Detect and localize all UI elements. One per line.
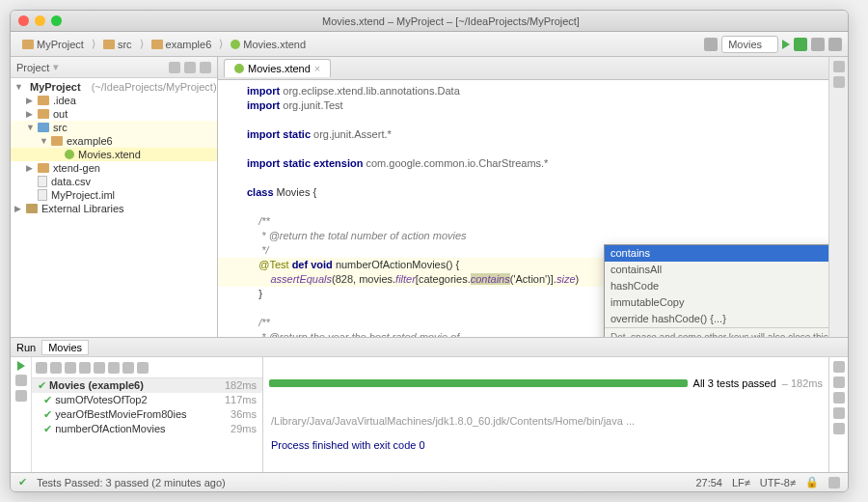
project-panel-header: Project ▾ bbox=[11, 57, 217, 78]
export-icon[interactable] bbox=[122, 362, 134, 374]
status-tests: Tests Passed: 3 passed (2 minutes ago) bbox=[37, 477, 226, 488]
titlebar: Movies.xtend – MyProject – [~/IdeaProjec… bbox=[11, 11, 848, 32]
panel-title: Project bbox=[16, 62, 49, 73]
run-config-tab[interactable]: Movies bbox=[41, 340, 89, 355]
autocomplete-item[interactable]: immutableCopyCollectionExtensions.class bbox=[605, 294, 828, 311]
test-toolbar bbox=[32, 357, 262, 378]
breadcrumb-item[interactable]: example6 bbox=[146, 37, 218, 52]
window-title: Movies.xtend – MyProject – [~/IdeaProjec… bbox=[62, 15, 840, 27]
autocomplete-item[interactable]: override hashCode() {...}Object bbox=[605, 311, 828, 327]
console-output[interactable]: /Library/Java/JavaVirtualMachines/jdk1.8… bbox=[263, 409, 828, 473]
xtend-icon bbox=[234, 64, 244, 73]
gear-icon[interactable] bbox=[169, 62, 180, 73]
right-gutter bbox=[828, 57, 848, 337]
prev-icon[interactable] bbox=[94, 362, 105, 374]
toggle-icon[interactable] bbox=[36, 362, 47, 374]
hector-icon[interactable] bbox=[828, 477, 840, 488]
tree-item[interactable]: MyProject.iml bbox=[11, 188, 217, 202]
collapse-icon[interactable] bbox=[79, 362, 91, 374]
tree-item[interactable]: ▶out bbox=[11, 107, 217, 121]
up-icon[interactable] bbox=[833, 361, 845, 373]
autocomplete-popup[interactable]: containsSet.java containsAllSet.java has… bbox=[604, 244, 828, 337]
status-bar: ✔ Tests Passed: 3 passed (2 minutes ago)… bbox=[11, 472, 848, 491]
window-controls bbox=[18, 15, 62, 26]
editor-tabs: Movies.xtend × bbox=[218, 57, 828, 80]
progress-bar bbox=[269, 379, 688, 387]
tree-external-libs[interactable]: ▶External Libraries bbox=[11, 202, 217, 215]
tree-item[interactable]: ▼src bbox=[11, 121, 217, 134]
test-row[interactable]: ✔ sumOfVotesOfTop2117ms bbox=[32, 393, 262, 407]
wrap-icon[interactable] bbox=[833, 392, 845, 404]
autocomplete-item[interactable]: containsAllSet.java bbox=[605, 262, 828, 278]
run-tabs: Run Movies bbox=[11, 338, 848, 357]
tree-root[interactable]: ▼MyProject (~/IdeaProjects/MyProject) bbox=[11, 80, 217, 94]
minimize-icon[interactable] bbox=[35, 15, 45, 26]
autocomplete-hint: Dot, space and some other keys will also… bbox=[605, 327, 828, 337]
file-encoding[interactable]: UTF-8≠ bbox=[760, 477, 796, 488]
console-line: Process finished with exit code 0 bbox=[271, 439, 821, 451]
test-results-panel: ✔ Movies (example6)182ms ✔ sumOfVotesOfT… bbox=[32, 357, 263, 472]
project-tool-window: Project ▾ ▼MyProject (~/IdeaProjects/MyP… bbox=[11, 57, 218, 337]
breadcrumb-item[interactable]: src bbox=[97, 37, 138, 52]
tree-item-selected[interactable]: Movies.xtend bbox=[11, 148, 217, 161]
breadcrumb-item[interactable]: Movies.xtend bbox=[225, 37, 312, 52]
code-editor[interactable]: import org.eclipse.xtend.lib.annotations… bbox=[218, 80, 828, 337]
expand-icon[interactable] bbox=[65, 362, 76, 374]
run-button[interactable] bbox=[782, 40, 790, 49]
main-toolbar: MyProject ⟩ src ⟩ example6 ⟩ Movies.xten… bbox=[11, 32, 848, 57]
xtend-icon bbox=[231, 40, 240, 49]
zoom-icon[interactable] bbox=[51, 15, 62, 26]
folder-icon bbox=[151, 40, 163, 49]
gutter-icon[interactable] bbox=[833, 61, 845, 72]
print-icon[interactable] bbox=[833, 423, 845, 434]
search-icon[interactable] bbox=[828, 38, 842, 51]
test-summary: All 3 tests passed bbox=[693, 377, 776, 389]
main-area: Project ▾ ▼MyProject (~/IdeaProjects/MyP… bbox=[11, 57, 848, 337]
tree-item[interactable]: ▼example6 bbox=[11, 134, 217, 148]
sort-icon[interactable] bbox=[50, 362, 62, 374]
run-config-select[interactable]: Movies bbox=[721, 36, 778, 53]
breadcrumb-item[interactable]: MyProject bbox=[16, 37, 90, 52]
autocomplete-item[interactable]: hashCodeSet.java bbox=[605, 278, 828, 294]
console-line: /Library/Java/JavaVirtualMachines/jdk1.8… bbox=[271, 415, 821, 427]
test-tree[interactable]: ✔ Movies (example6)182ms ✔ sumOfVotesOfT… bbox=[32, 378, 262, 472]
down-icon[interactable] bbox=[833, 376, 845, 388]
stop-icon[interactable] bbox=[15, 375, 27, 386]
run-tool-window: Run Movies bbox=[11, 337, 848, 472]
history-icon[interactable] bbox=[137, 362, 149, 374]
tree-item[interactable]: ▶.idea bbox=[11, 94, 217, 107]
next-icon[interactable] bbox=[108, 362, 120, 374]
lock-icon[interactable]: 🔒 bbox=[805, 476, 819, 488]
test-row[interactable]: ✔ yearOfBestMovieFrom80ies36ms bbox=[32, 407, 262, 422]
status-ok-icon: ✔ bbox=[18, 476, 27, 488]
run-tab-label[interactable]: Run bbox=[16, 342, 36, 353]
scroll-icon[interactable] bbox=[833, 407, 845, 419]
breadcrumb: MyProject ⟩ src ⟩ example6 ⟩ Movies.xten… bbox=[16, 37, 700, 52]
ide-window: Movies.xtend – MyProject – [~/IdeaProjec… bbox=[10, 10, 849, 492]
build-icon[interactable] bbox=[704, 38, 718, 51]
folder-icon bbox=[103, 40, 115, 49]
close-tab-icon[interactable]: × bbox=[314, 63, 320, 74]
autocomplete-item[interactable]: containsSet.java bbox=[605, 245, 828, 262]
editor-area: Movies.xtend × import org.eclipse.xtend.… bbox=[218, 57, 828, 337]
project-tree[interactable]: ▼MyProject (~/IdeaProjects/MyProject) ▶.… bbox=[11, 78, 217, 337]
console-side-toolbar bbox=[828, 357, 848, 472]
debug-icon[interactable] bbox=[794, 38, 807, 51]
rerun-button[interactable] bbox=[17, 361, 25, 371]
editor-tab[interactable]: Movies.xtend × bbox=[224, 59, 331, 77]
tree-item[interactable]: data.csv bbox=[11, 175, 217, 188]
gutter-icon[interactable] bbox=[833, 76, 845, 88]
collapse-icon[interactable] bbox=[184, 62, 196, 73]
folder-icon bbox=[22, 40, 34, 49]
tree-item[interactable]: ▶xtend-gen bbox=[11, 161, 217, 175]
test-status-bar: All 3 tests passed – 182ms bbox=[263, 357, 828, 409]
test-suite-row[interactable]: ✔ Movies (example6)182ms bbox=[32, 378, 262, 393]
hide-icon[interactable] bbox=[200, 62, 211, 73]
test-row[interactable]: ✔ numberOfActionMovies29ms bbox=[32, 422, 262, 436]
pin-icon[interactable] bbox=[15, 390, 27, 402]
cursor-position[interactable]: 27:54 bbox=[695, 477, 722, 488]
stop-icon[interactable] bbox=[811, 38, 825, 51]
close-icon[interactable] bbox=[18, 15, 29, 26]
run-side-toolbar bbox=[11, 357, 32, 472]
line-separator[interactable]: LF≠ bbox=[732, 477, 750, 488]
